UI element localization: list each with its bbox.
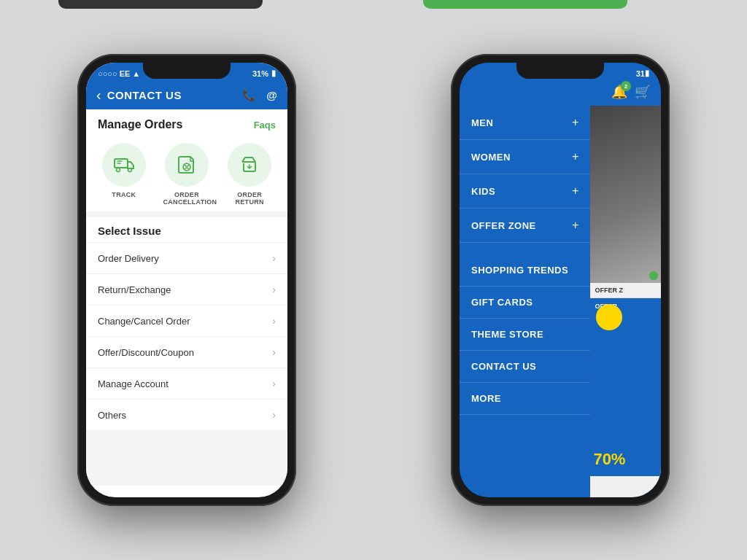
faqs-link[interactable]: Faqs: [254, 120, 276, 131]
shopping-trends-label: SHOPPING TRENDS: [471, 265, 568, 276]
chevron-icon: ›: [272, 378, 276, 389]
men-label: MEN: [471, 117, 493, 128]
right-panel: OFFER Z OFFER 70%: [590, 106, 661, 497]
offer-zone-label: OFFER ZONE: [471, 220, 536, 231]
discount-text: 70%: [593, 450, 625, 469]
dot-indicator: [649, 271, 658, 280]
more-label: MORE: [471, 393, 501, 404]
battery-text-2: 31: [636, 69, 645, 78]
battery-icon: ▮: [271, 69, 276, 78]
gift-cards-label: GIFT CARDS: [471, 297, 533, 308]
content-area: Manage Orders Faqs TRACK: [86, 109, 287, 486]
manage-orders-icons: TRACK ORDER CANCELLATION: [86, 134, 287, 211]
cart-icon[interactable]: 🛒: [635, 84, 651, 100]
plus-icon: +: [572, 184, 578, 198]
signal-icon: ▲: [132, 69, 140, 78]
blue-nav: 🔔 2 🛒: [460, 81, 661, 106]
menu-item-men[interactable]: MEN +: [460, 106, 590, 140]
svg-rect-0: [115, 159, 128, 168]
order-return-icon-circle: [228, 143, 271, 187]
svg-point-1: [116, 168, 120, 172]
track-icon-circle: [102, 143, 146, 187]
phone-1-notch: [143, 63, 231, 79]
phone-icon[interactable]: 📞: [242, 89, 256, 102]
select-issue-title: Select Issue: [98, 225, 161, 237]
menu-item-shopping-trends[interactable]: SHOPPING TRENDS: [460, 254, 590, 287]
menu-spacer: [460, 243, 590, 254]
menu-item-offer-zone[interactable]: OFFER ZONE +: [460, 209, 590, 243]
offer-label-1: OFFER Z: [590, 283, 661, 298]
list-item-others[interactable]: Others ›: [86, 400, 287, 431]
order-return-icon-item[interactable]: ORDER RETURN: [228, 143, 271, 206]
menu-item-theme-store[interactable]: THEME STORE: [460, 319, 590, 351]
status-left: ○○○○ EE ▲: [98, 69, 140, 78]
blue-offer-area: OFFER 70%: [590, 298, 661, 475]
offer-circle: [596, 304, 622, 330]
order-cancellation-label: ORDER CANCELLATION: [163, 191, 210, 206]
list-item-manage-account[interactable]: Manage Account ›: [86, 368, 287, 400]
nav-bar-1: ‹ CONTACT US 📞 @: [86, 81, 287, 109]
manage-account-text: Manage Account: [98, 378, 169, 389]
plus-icon: +: [572, 150, 578, 163]
chevron-icon: ›: [272, 252, 276, 264]
menu-item-gift-cards[interactable]: GIFT CARDS: [460, 287, 590, 319]
phone-2: 31 ▮ 🔔 2 🛒 MEN + WOMEN +: [451, 54, 670, 506]
change-cancel-text: Change/Cancel Order: [98, 316, 190, 327]
notification-badge: 2: [621, 81, 631, 91]
list-item-offer-discount[interactable]: Offer/Discount/Coupon ›: [86, 337, 287, 368]
offer-discount-text: Offer/Discount/Coupon: [98, 347, 194, 358]
order-cancellation-icon-item[interactable]: ORDER CANCELLATION: [163, 143, 210, 206]
menu-item-kids[interactable]: KIDS +: [460, 174, 590, 209]
others-text: Others: [98, 410, 126, 421]
women-label: WOMEN: [471, 152, 511, 163]
back-button[interactable]: ‹: [96, 87, 101, 104]
blue-menu: MEN + WOMEN + KIDS + OFFER ZONE + SHO: [460, 106, 590, 497]
track-icon-item[interactable]: TRACK: [102, 143, 146, 206]
track-label: TRACK: [112, 191, 136, 198]
plus-icon: +: [572, 116, 578, 129]
phone-2-notch: [516, 63, 604, 79]
select-issue-header: Select Issue: [86, 217, 287, 242]
chevron-icon: ›: [272, 346, 276, 358]
manage-orders-header: Manage Orders Faqs: [86, 109, 287, 134]
phone-1-screen: ○○○○ EE ▲ 31% ▮ ‹ CONTACT US 📞 @ Manage: [86, 63, 287, 497]
kids-label: KIDS: [471, 186, 495, 197]
blue-content: MEN + WOMEN + KIDS + OFFER ZONE + SHO: [460, 106, 661, 497]
plus-icon: +: [572, 219, 578, 232]
battery-text: 31%: [252, 69, 268, 78]
phone-1: ○○○○ EE ▲ 31% ▮ ‹ CONTACT US 📞 @ Manage: [77, 54, 296, 506]
order-return-label: ORDER RETURN: [235, 191, 263, 206]
right-panel-image: [590, 106, 661, 283]
bell-icon-container[interactable]: 🔔 2: [611, 84, 627, 100]
list-item-return-exchange[interactable]: Return/Exchange ›: [86, 274, 287, 306]
status-right: 31% ▮: [252, 69, 276, 78]
list-item-order-delivery[interactable]: Order Delivery ›: [86, 243, 287, 274]
manage-orders-title: Manage Orders: [98, 118, 182, 131]
email-icon[interactable]: @: [266, 89, 277, 101]
nav-icons: 📞 @: [242, 89, 277, 102]
svg-point-2: [128, 168, 131, 172]
menu-item-women[interactable]: WOMEN +: [460, 140, 590, 174]
chevron-icon: ›: [272, 284, 276, 295]
theme-store-label: THEME STORE: [471, 329, 543, 340]
order-delivery-text: Order Delivery: [98, 253, 159, 264]
chevron-icon: ›: [272, 315, 276, 327]
carrier-text: ○○○○ EE: [98, 69, 130, 78]
battery-icon-2: ▮: [645, 69, 649, 78]
menu-item-contact-us[interactable]: CONTACT US: [460, 351, 590, 383]
chevron-icon: ›: [272, 409, 276, 421]
return-exchange-text: Return/Exchange: [98, 284, 171, 295]
contact-us-label: CONTACT US: [471, 361, 536, 372]
list-item-change-cancel[interactable]: Change/Cancel Order ›: [86, 306, 287, 337]
page-title: CONTACT US: [107, 89, 182, 101]
menu-item-more[interactable]: MORE: [460, 383, 590, 415]
order-cancellation-icon-circle: [165, 143, 209, 187]
phone-2-screen: 31 ▮ 🔔 2 🛒 MEN + WOMEN +: [460, 63, 661, 497]
